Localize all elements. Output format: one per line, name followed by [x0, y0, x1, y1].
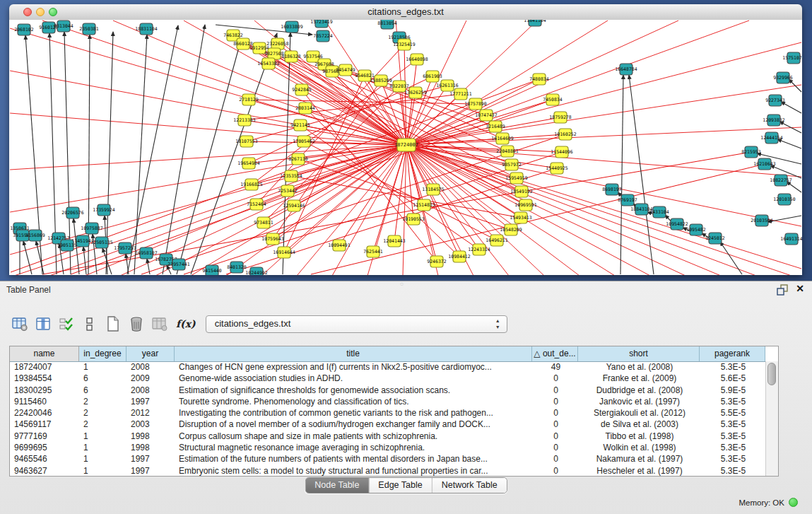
network-window-titlebar[interactable]: citations_edges.txt — [9, 4, 802, 21]
black-citation-edge[interactable] — [23, 241, 32, 274]
table-row[interactable]: 946554611997Estimation of the future num… — [10, 453, 766, 465]
float-panel-icon[interactable] — [777, 284, 788, 296]
cell-pagerank[interactable]: 5.6E-5 — [700, 373, 765, 384]
cell-year[interactable]: 1998 — [126, 431, 175, 442]
cell-year[interactable]: 2012 — [126, 407, 175, 419]
cell-year[interactable]: 2003 — [126, 419, 175, 430]
red-citation-edge[interactable] — [311, 164, 765, 274]
tab-edge-table[interactable]: Edge Table — [369, 478, 432, 493]
cell-pagerank[interactable]: 5.3E-5 — [700, 396, 765, 407]
cell-out-de[interactable]: 0 — [532, 396, 578, 407]
cell-short[interactable]: Wolkin et al. (1998) — [578, 442, 700, 453]
black-citation-edge[interactable] — [134, 35, 147, 274]
cell-in-degree[interactable]: 6 — [79, 385, 126, 396]
cell-out-de[interactable]: 0 — [532, 407, 578, 419]
cell-in-degree[interactable]: 1 — [79, 453, 126, 465]
cell-name[interactable]: 9777169 — [10, 431, 79, 442]
black-citation-edge[interactable] — [127, 25, 178, 274]
cell-short[interactable]: Hescheler et al. (1997) — [578, 465, 700, 476]
column-header-title[interactable]: title — [175, 346, 532, 361]
table-row[interactable]: 911546021997Tourette syndrome. Phenomeno… — [10, 396, 766, 407]
cell-name[interactable]: 19384554 — [10, 373, 79, 384]
cell-out-de[interactable]: 0 — [532, 419, 578, 430]
cell-in-degree[interactable]: 2 — [79, 407, 126, 419]
cell-short[interactable]: Dudbridge et al. (2008) — [578, 385, 700, 396]
cell-short[interactable]: Tibbo et al. (1998) — [578, 431, 700, 442]
table-row[interactable]: 1938455462009Genome-wide association stu… — [10, 373, 766, 384]
cell-year[interactable]: 1997 — [126, 465, 175, 476]
cell-title[interactable]: Estimation of significance thresholds fo… — [175, 385, 532, 396]
column-header-short[interactable]: short — [578, 346, 700, 361]
cell-out-de[interactable]: 0 — [532, 453, 578, 465]
cell-year[interactable]: 2009 — [126, 373, 175, 384]
table-row[interactable]: 969969511998Structural magnetic resonanc… — [10, 442, 766, 453]
cell-title[interactable]: Embryonic stem cells: a model to study s… — [175, 465, 532, 476]
tab-node-table[interactable]: Node Table — [305, 478, 369, 493]
column-header-in-degree[interactable]: in_degree — [79, 346, 126, 361]
cell-title[interactable]: Structural magnetic resonance image aver… — [175, 442, 532, 453]
validate-columns-icon[interactable] — [58, 315, 75, 332]
table-row[interactable]: 1830029562008Estimation of significance … — [10, 385, 766, 396]
new-table-icon[interactable] — [105, 315, 122, 332]
cell-out-de[interactable]: 0 — [532, 385, 578, 396]
cell-name[interactable]: 18724007 — [10, 361, 79, 373]
close-panel-icon[interactable]: ✕ — [796, 283, 804, 294]
cell-title[interactable]: Tourette syndrome. Phenomenology and cla… — [175, 396, 532, 407]
cell-short[interactable]: Nakamura et al. (1997) — [578, 453, 700, 465]
cell-out-de[interactable]: 0 — [532, 373, 578, 384]
cell-pagerank[interactable]: 5.3E-5 — [700, 453, 765, 465]
cell-title[interactable]: Genome-wide association studies in ADHD. — [175, 373, 532, 384]
scrollbar-thumb[interactable] — [767, 363, 776, 385]
cell-short[interactable]: Stergiakouli et al. (2012) — [578, 407, 700, 419]
split-pane-grip[interactable]: ◌ — [400, 282, 410, 286]
cell-out-de[interactable]: 0 — [532, 465, 578, 476]
cell-in-degree[interactable]: 1 — [79, 465, 126, 476]
cell-title[interactable]: Estimation of the future numbers of pati… — [175, 453, 532, 465]
column-header-out-de[interactable]: △ out_de... — [532, 346, 578, 361]
cell-pagerank[interactable]: 5.3E-5 — [700, 465, 765, 476]
tab-network-table[interactable]: Network Table — [433, 478, 507, 493]
cell-out-de[interactable]: 49 — [532, 361, 578, 373]
cell-short[interactable]: Franke et al. (2009) — [578, 373, 700, 384]
cell-year[interactable]: 2008 — [126, 385, 175, 396]
cell-title[interactable]: Corpus callosum shape and size in male p… — [175, 431, 532, 442]
column-header-name[interactable]: name — [10, 346, 79, 361]
cell-in-degree[interactable]: 1 — [79, 361, 126, 373]
cell-in-degree[interactable]: 2 — [79, 419, 126, 430]
table-settings-icon[interactable] — [11, 315, 28, 332]
cell-in-degree[interactable]: 1 — [79, 442, 126, 453]
table-selector-combobox[interactable]: citations_edges.txt ▲▼ — [206, 315, 507, 333]
cell-pagerank[interactable]: 5.3E-5 — [700, 431, 765, 442]
cell-out-de[interactable]: 0 — [532, 442, 578, 453]
table-row[interactable]: 946362711997Embryonic stem cells: a mode… — [10, 465, 766, 476]
cell-pagerank[interactable]: 5.5E-5 — [700, 407, 765, 419]
delete-table-icon[interactable] — [128, 315, 145, 332]
cell-year[interactable]: 1997 — [126, 396, 175, 407]
table-row[interactable]: 1872400712008Changes of HCN gene express… — [10, 361, 766, 373]
black-citation-edge[interactable] — [83, 247, 86, 274]
cell-in-degree[interactable]: 6 — [79, 373, 126, 384]
cell-year[interactable]: 2008 — [126, 361, 175, 373]
black-citation-edge[interactable] — [629, 75, 654, 274]
cell-name[interactable]: 14569117 — [10, 419, 79, 430]
cell-pagerank[interactable]: 5.3E-5 — [700, 442, 765, 453]
cell-pagerank[interactable]: 5.3E-5 — [700, 361, 765, 373]
cell-name[interactable]: 22420046 — [10, 407, 79, 419]
cell-short[interactable]: de Silva et al. (2003) — [578, 419, 700, 430]
table-row[interactable]: 2242004622012Investigating the contribut… — [10, 407, 766, 419]
cell-title[interactable]: Changes of HCN gene expression and I(f) … — [175, 361, 532, 373]
function-builder-icon[interactable]: f(x) — [176, 318, 196, 329]
cell-out-de[interactable]: 0 — [532, 431, 578, 442]
black-citation-edge[interactable] — [787, 182, 801, 192]
cell-in-degree[interactable]: 2 — [79, 396, 126, 407]
cell-name[interactable]: 9465546 — [10, 453, 79, 465]
cell-pagerank[interactable]: 5.3E-5 — [700, 419, 765, 430]
red-citation-edge[interactable] — [406, 145, 479, 250]
cell-title[interactable]: Disruption of a novel member of a sodium… — [175, 419, 532, 430]
cell-in-degree[interactable]: 1 — [79, 431, 126, 442]
cell-pagerank[interactable]: 5.9E-5 — [700, 385, 765, 396]
cell-name[interactable]: 9699695 — [10, 442, 79, 453]
red-citation-edge[interactable] — [245, 120, 406, 145]
black-citation-edge[interactable] — [781, 102, 801, 113]
cell-short[interactable]: Jankovic et al. (1997) — [578, 396, 700, 407]
